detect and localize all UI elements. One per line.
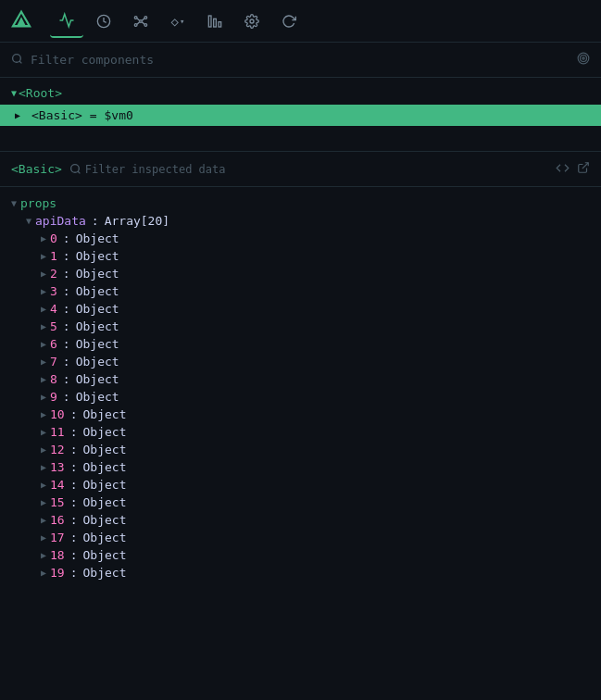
external-link-icon[interactable] <box>577 161 590 177</box>
item-type: Object <box>76 302 119 316</box>
list-item[interactable]: ▶ 13 : Object <box>0 458 601 476</box>
list-item[interactable]: ▶ 15 : Object <box>0 494 601 511</box>
props-section: ▼ props <box>0 194 601 212</box>
inspector-search <box>69 163 548 176</box>
props-arrow[interactable]: ▼ <box>11 198 17 208</box>
svg-rect-15 <box>219 21 221 26</box>
item-index: 0 <box>50 231 57 245</box>
list-item[interactable]: ▶ 8 : Object <box>0 370 601 388</box>
selected-ref: = $vm0 <box>90 108 133 122</box>
list-item[interactable]: ▶ 11 : Object <box>0 423 601 441</box>
inspector-title: <Basic> <box>11 162 62 176</box>
list-item[interactable]: ▶ 12 : Object <box>0 441 601 458</box>
item-arrow[interactable]: ▶ <box>41 339 46 349</box>
list-item[interactable]: ▶ 1 : Object <box>0 247 601 265</box>
refresh-icon[interactable] <box>272 5 306 38</box>
svg-point-7 <box>134 23 137 26</box>
item-arrow[interactable]: ▶ <box>41 550 46 560</box>
list-item[interactable]: ▶ 7 : Object <box>0 353 601 370</box>
item-arrow[interactable]: ▶ <box>41 409 46 419</box>
api-data-row: ▼ apiData : Array[20] <box>0 212 601 230</box>
svg-point-21 <box>582 57 584 59</box>
list-item[interactable]: ▶ 19 : Object <box>0 564 601 581</box>
list-item[interactable]: ▶ 14 : Object <box>0 476 601 494</box>
item-arrow[interactable]: ▶ <box>41 321 46 331</box>
root-component[interactable]: ▼ <Root> <box>0 83 601 103</box>
item-index: 4 <box>50 302 57 316</box>
list-item[interactable]: ▶ 3 : Object <box>0 282 601 300</box>
item-type: Object <box>76 284 119 298</box>
item-index: 6 <box>50 337 57 351</box>
item-arrow[interactable]: ▶ <box>41 427 46 437</box>
component-inspector-icon[interactable] <box>50 5 83 38</box>
svg-point-20 <box>581 56 587 62</box>
item-index: 19 <box>50 566 65 580</box>
list-item[interactable]: ▶ 0 : Object <box>0 230 601 247</box>
item-index: 13 <box>50 460 65 474</box>
list-item[interactable]: ▶ 6 : Object <box>0 335 601 353</box>
item-index: 3 <box>50 284 57 298</box>
list-item[interactable]: ▶ 16 : Object <box>0 511 601 529</box>
item-type: Object <box>83 495 127 509</box>
item-type: Object <box>76 267 119 281</box>
list-item[interactable]: ▶ 5 : Object <box>0 318 601 335</box>
inspector-search-icon <box>69 163 81 175</box>
item-arrow[interactable]: ▶ <box>41 304 46 314</box>
item-type: Object <box>83 460 127 474</box>
item-index: 18 <box>50 548 65 562</box>
item-arrow[interactable]: ▶ <box>41 444 46 455</box>
item-arrow[interactable]: ▶ <box>41 286 46 296</box>
selected-component[interactable]: ▶ <Basic> = $vm0 <box>0 105 601 126</box>
item-type: Object <box>83 548 127 562</box>
item-index: 8 <box>50 372 57 386</box>
list-item[interactable]: ▶ 2 : Object <box>0 265 601 282</box>
selected-arrow: ▶ <box>15 110 20 120</box>
filter-components-input[interactable] <box>31 53 570 67</box>
list-item[interactable]: ▶ 10 : Object <box>0 406 601 423</box>
item-arrow[interactable]: ▶ <box>41 392 46 402</box>
target-icon[interactable] <box>577 52 590 68</box>
vue-logo <box>11 8 31 33</box>
svg-line-9 <box>137 18 140 20</box>
item-arrow[interactable]: ▶ <box>41 497 46 507</box>
item-arrow[interactable]: ▶ <box>41 251 46 261</box>
list-item[interactable]: ▶ 18 : Object <box>0 546 601 564</box>
filter-inspected-input[interactable] <box>85 163 227 176</box>
item-arrow[interactable]: ▶ <box>41 515 46 525</box>
array-items-container: ▶ 0 : Object ▶ 1 : Object ▶ 2 : Object ▶… <box>0 230 601 581</box>
item-arrow[interactable]: ▶ <box>41 532 46 543</box>
data-tree: ▼ props ▼ apiData : Array[20] ▶ 0 : Obje… <box>0 187 601 700</box>
svg-point-4 <box>140 19 143 22</box>
svg-point-22 <box>70 165 79 173</box>
item-type: Object <box>76 372 119 386</box>
item-type: Object <box>76 319 119 333</box>
svg-line-12 <box>142 21 144 24</box>
list-item[interactable]: ▶ 9 : Object <box>0 388 601 406</box>
item-arrow[interactable]: ▶ <box>41 233 46 244</box>
item-arrow[interactable]: ▶ <box>41 269 46 279</box>
svg-point-16 <box>250 19 254 23</box>
code-icon[interactable] <box>556 161 570 178</box>
item-index: 12 <box>50 443 65 456</box>
selected-tag: <Basic> <box>31 108 82 122</box>
timeline-icon[interactable] <box>87 5 120 38</box>
api-data-arrow[interactable]: ▼ <box>26 216 31 226</box>
list-item[interactable]: ▶ 4 : Object <box>0 300 601 318</box>
item-type: Object <box>83 443 127 456</box>
item-index: 7 <box>50 355 57 369</box>
item-arrow[interactable]: ▶ <box>41 568 46 578</box>
routing-icon[interactable]: ◇ ▾ <box>161 5 194 38</box>
performance-icon[interactable] <box>198 5 232 38</box>
list-item[interactable]: ▶ 17 : Object <box>0 529 601 546</box>
settings-icon[interactable] <box>235 5 269 38</box>
api-data-type: Array[20] <box>105 214 169 228</box>
item-arrow[interactable]: ▶ <box>41 356 46 367</box>
item-arrow[interactable]: ▶ <box>41 462 46 472</box>
root-arrow: ▼ <box>11 88 17 98</box>
item-arrow[interactable]: ▶ <box>41 374 46 384</box>
svg-point-17 <box>13 54 21 62</box>
svg-rect-14 <box>214 19 217 27</box>
item-arrow[interactable]: ▶ <box>41 480 46 490</box>
item-type: Object <box>76 390 119 404</box>
vuex-icon[interactable] <box>124 5 157 38</box>
